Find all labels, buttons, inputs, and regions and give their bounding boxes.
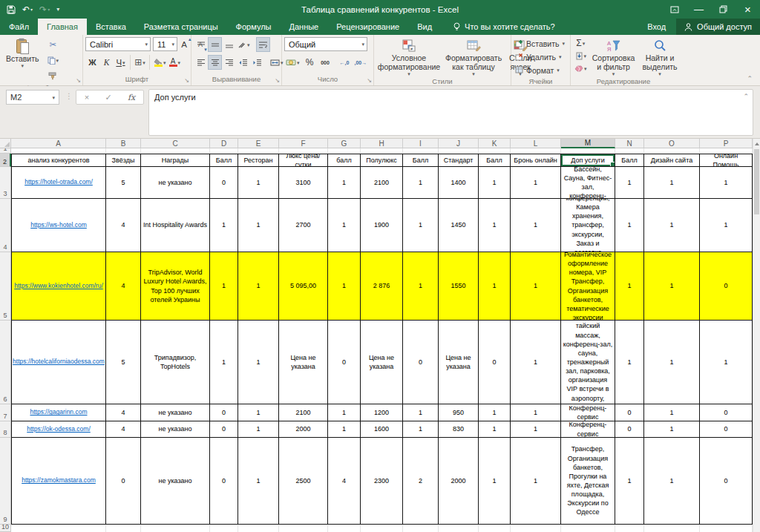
cell-C3[interactable]: не указано bbox=[141, 167, 210, 199]
cell-L6[interactable]: 1 bbox=[511, 321, 561, 404]
cell-M7[interactable]: Конференц-сервис bbox=[561, 404, 615, 421]
cell-N1[interactable] bbox=[615, 148, 644, 154]
number-dialog-launcher[interactable]: ↘ bbox=[367, 78, 372, 84]
cell-H7[interactable]: 1200 bbox=[361, 404, 403, 421]
cell-I6[interactable]: 0 bbox=[403, 321, 439, 404]
cell-L7[interactable]: 1 bbox=[511, 404, 561, 421]
decrease-decimal-button[interactable]: ,00→ bbox=[353, 55, 369, 70]
cell-L10[interactable] bbox=[511, 525, 561, 532]
cell-A8[interactable]: https://ok-odessa.com/ bbox=[11, 421, 106, 438]
cell-D4[interactable]: 1 bbox=[210, 199, 238, 252]
cell-D2[interactable]: Балл bbox=[210, 154, 238, 167]
cell-O1[interactable] bbox=[644, 148, 700, 154]
ribbon-display-options-button[interactable] bbox=[662, 0, 687, 19]
cell-E4[interactable]: 1 bbox=[238, 199, 279, 252]
cell-P9[interactable]: 0 bbox=[700, 438, 753, 525]
cell-E5[interactable]: 1 bbox=[238, 252, 279, 321]
cell-A6[interactable]: https://hotelcaliforniaodessa.com bbox=[11, 321, 106, 404]
cell-L5[interactable]: 1 bbox=[511, 252, 561, 321]
insert-function-button[interactable]: fx bbox=[128, 93, 135, 102]
tab-Вставка[interactable]: Вставка bbox=[87, 19, 135, 35]
column-header-E[interactable]: E bbox=[238, 139, 279, 148]
cell-M9[interactable]: Трансфер, Организация банкетов, Прогулки… bbox=[561, 438, 615, 525]
cell-N8[interactable]: 0 bbox=[615, 421, 644, 438]
cell-L9[interactable]: 1 bbox=[511, 438, 561, 525]
cell-C10[interactable] bbox=[141, 525, 210, 532]
cell-E10[interactable] bbox=[238, 525, 279, 532]
find-select-button[interactable]: Найти и выделить ▾ bbox=[639, 36, 681, 76]
cell-G5[interactable]: 1 bbox=[328, 252, 361, 321]
cell-M2[interactable]: Доп услуги bbox=[561, 154, 615, 167]
row-header-10[interactable]: 10 bbox=[0, 525, 11, 532]
cell-B3[interactable]: 5 bbox=[106, 167, 141, 199]
cell-A2[interactable]: анализ конкурентов bbox=[11, 154, 106, 167]
cell-K4[interactable]: 1 bbox=[479, 199, 511, 252]
cell-J8[interactable]: 830 bbox=[439, 421, 479, 438]
cell-P3[interactable]: 1 bbox=[700, 167, 753, 199]
insert-cells-button[interactable]: Вставить▾ bbox=[514, 37, 568, 50]
cell-C7[interactable]: не указано bbox=[141, 404, 210, 421]
cell-O4[interactable]: 1 bbox=[644, 199, 700, 252]
cell-C9[interactable]: не указано bbox=[141, 438, 210, 525]
customize-qat-button[interactable]: ▾ bbox=[56, 7, 59, 13]
cell-E8[interactable]: 1 bbox=[238, 421, 279, 438]
borders-button[interactable]: ⊞▾ bbox=[133, 55, 147, 70]
cell-I10[interactable] bbox=[403, 525, 439, 532]
column-header-H[interactable]: H bbox=[361, 139, 403, 148]
cell-P5[interactable]: 0 bbox=[700, 252, 753, 321]
cell-O3[interactable]: 1 bbox=[644, 167, 700, 199]
hyperlink[interactable]: https://gagarinn.com bbox=[30, 408, 87, 416]
restore-button[interactable] bbox=[711, 0, 736, 19]
cell-E1[interactable] bbox=[238, 148, 279, 154]
cell-A10[interactable] bbox=[11, 525, 106, 532]
cell-N2[interactable]: Балл bbox=[615, 154, 644, 167]
align-left-button[interactable] bbox=[194, 55, 208, 70]
collapse-ribbon-button[interactable]: ⌃ bbox=[747, 75, 753, 82]
font-size-combo[interactable]: 11▾ bbox=[153, 37, 177, 51]
sign-in-link[interactable]: Вход bbox=[637, 19, 676, 35]
close-button[interactable]: × bbox=[736, 0, 760, 19]
share-button[interactable]: Общий доступ bbox=[676, 19, 760, 35]
cell-N10[interactable] bbox=[615, 525, 644, 532]
undo-button[interactable]: ↶▾ bbox=[22, 5, 33, 14]
cell-B6[interactable]: 5 bbox=[106, 321, 141, 404]
cell-H4[interactable]: 1900 bbox=[361, 199, 403, 252]
cell-D5[interactable]: 1 bbox=[210, 252, 238, 321]
cell-I1[interactable] bbox=[403, 148, 439, 154]
cell-E7[interactable]: 1 bbox=[238, 404, 279, 421]
underline-button[interactable]: Ч▾ bbox=[114, 55, 128, 70]
percent-style-button[interactable]: % bbox=[303, 55, 317, 70]
cell-O9[interactable]: 1 bbox=[644, 438, 700, 525]
cell-F10[interactable] bbox=[279, 525, 328, 532]
paste-button[interactable]: Вставить ▾ bbox=[2, 36, 43, 76]
cell-C1[interactable] bbox=[141, 148, 210, 154]
cell-J4[interactable]: 1450 bbox=[439, 199, 479, 252]
format-as-table-button[interactable]: Форматировать как таблицу ▾ bbox=[442, 36, 505, 76]
cell-H2[interactable]: Полулюкс bbox=[361, 154, 403, 167]
cell-C8[interactable]: не указано bbox=[141, 421, 210, 438]
cell-D1[interactable] bbox=[210, 148, 238, 154]
column-header-D[interactable]: D bbox=[210, 139, 238, 148]
cell-F6[interactable]: Цена не указана bbox=[279, 321, 328, 404]
cell-I2[interactable]: Балл bbox=[403, 154, 439, 167]
cell-N6[interactable]: 1 bbox=[615, 321, 644, 404]
clear-button[interactable]: ▾ bbox=[573, 62, 589, 74]
hyperlink[interactable]: https://hotel-otrada.com/ bbox=[24, 178, 93, 186]
autosum-button[interactable]: Σ▾ bbox=[573, 37, 589, 49]
cell-B4[interactable]: 4 bbox=[106, 199, 141, 252]
tell-me-box[interactable]: Что вы хотите сделать? bbox=[453, 19, 555, 35]
column-header-O[interactable]: O bbox=[644, 139, 700, 148]
bold-button[interactable]: Ж bbox=[85, 55, 99, 70]
cell-M3[interactable]: Салон красоты, Бассейн, Сауна, Фитнес-за… bbox=[561, 167, 615, 199]
cell-E9[interactable]: 1 bbox=[238, 438, 279, 525]
cell-K9[interactable]: 1 bbox=[479, 438, 511, 525]
row-header-1[interactable]: 1 bbox=[0, 148, 11, 154]
decrease-indent-button[interactable] bbox=[236, 55, 250, 70]
cell-G3[interactable]: 1 bbox=[328, 167, 361, 199]
cell-L2[interactable]: Бронь онлайн bbox=[511, 154, 561, 167]
cell-G4[interactable]: 1 bbox=[328, 199, 361, 252]
conditional-formatting-button[interactable]: ≠ Условное форматирование ▾ bbox=[376, 36, 442, 76]
tab-Формулы[interactable]: Формулы bbox=[227, 19, 281, 35]
clipboard-dialog-launcher[interactable]: ↘ bbox=[76, 78, 81, 84]
cell-H5[interactable]: 2 876 bbox=[361, 252, 403, 321]
